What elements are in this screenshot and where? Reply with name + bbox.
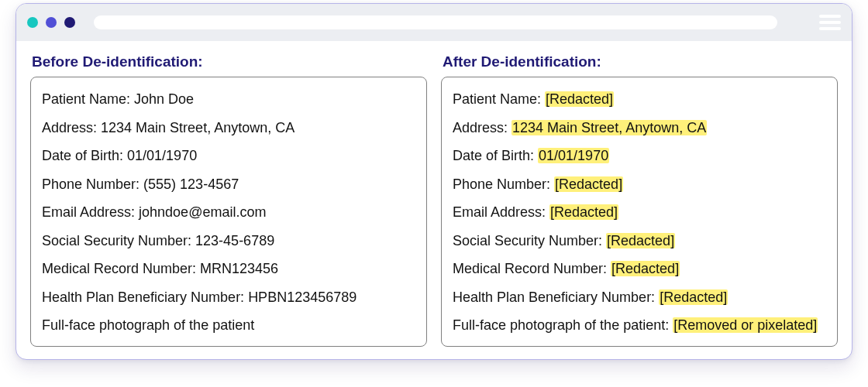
field-value: 123-45-6789 (195, 233, 274, 248)
data-row: Social Security Number: [Redacted] (453, 227, 826, 255)
field-label: Phone Number: (42, 176, 143, 192)
after-title: After De-identification: (443, 53, 838, 70)
field-label: Address: (42, 120, 101, 135)
field-label: Phone Number: (453, 176, 554, 192)
field-label: Patient Name: (453, 91, 545, 107)
data-row: Health Plan Beneficiary Number: HPBN1234… (42, 283, 415, 312)
data-row: Email Address: johndoe@email.com (42, 198, 415, 227)
after-panel: Patient Name: [Redacted]Address: 1234 Ma… (441, 77, 838, 347)
field-value: (555) 123-4567 (143, 176, 239, 192)
before-title: Before De-identification: (32, 53, 427, 70)
field-label: Email Address: (453, 204, 549, 220)
data-row: Email Address: [Redacted] (453, 198, 826, 227)
field-value: johndoe@email.com (139, 204, 266, 220)
field-value: 01/01/1970 (127, 148, 197, 163)
field-value: HPBN123456789 (248, 289, 356, 305)
data-row: Social Security Number: 123-45-6789 (42, 227, 415, 255)
browser-window: Before De-identification: Patient Name: … (16, 3, 852, 360)
data-row: Address: 1234 Main Street, Anytown, CA (42, 114, 415, 142)
field-value-highlighted: [Redacted] (611, 261, 680, 276)
field-value-highlighted: [Removed or pixelated] (673, 317, 818, 333)
field-label: Social Security Number: (453, 233, 606, 248)
field-label: Full-face photograph of the patient (42, 317, 254, 333)
field-label: Address: (453, 120, 512, 135)
address-bar[interactable] (94, 15, 777, 29)
data-row: Patient Name: John Doe (42, 85, 415, 114)
traffic-lights (27, 17, 75, 28)
field-label: Email Address: (42, 204, 139, 220)
window-dot-2-icon[interactable] (46, 17, 57, 28)
field-value-highlighted: [Redacted] (545, 91, 614, 107)
field-value: MRN123456 (200, 261, 278, 276)
field-value-highlighted: 1234 Main Street, Anytown, CA (512, 120, 707, 135)
field-label: Health Plan Beneficiary Number: (42, 289, 248, 305)
field-label: Patient Name: (42, 91, 134, 107)
field-label: Social Security Number: (42, 233, 195, 248)
hamburger-menu-icon[interactable] (819, 15, 841, 30)
titlebar (16, 4, 852, 41)
data-row: Health Plan Beneficiary Number: [Redacte… (453, 283, 826, 312)
field-label: Health Plan Beneficiary Number: (453, 289, 659, 305)
data-row: Medical Record Number: [Redacted] (453, 255, 826, 283)
data-row: Patient Name: [Redacted] (453, 85, 826, 114)
data-row: Medical Record Number: MRN123456 (42, 255, 415, 283)
data-row: Date of Birth: 01/01/1970 (42, 142, 415, 170)
field-value-highlighted: [Redacted] (554, 176, 623, 192)
field-value-highlighted: [Redacted] (606, 233, 675, 248)
data-row: Address: 1234 Main Street, Anytown, CA (453, 114, 826, 142)
before-panel: Patient Name: John DoeAddress: 1234 Main… (30, 77, 427, 347)
window-dot-3-icon[interactable] (64, 17, 75, 28)
field-label: Medical Record Number: (453, 261, 611, 276)
field-label: Date of Birth: (453, 148, 538, 163)
data-row: Phone Number: (555) 123-4567 (42, 170, 415, 199)
field-value: John Doe (134, 91, 194, 107)
data-row: Phone Number: [Redacted] (453, 170, 826, 199)
data-row: Full-face photograph of the patient: [Re… (453, 311, 826, 340)
field-label: Medical Record Number: (42, 261, 200, 276)
window-dot-1-icon[interactable] (27, 17, 38, 28)
content-area: Before De-identification: Patient Name: … (16, 41, 852, 359)
field-value-highlighted: [Redacted] (659, 289, 728, 305)
data-row: Full-face photograph of the patient (42, 311, 415, 340)
field-value-highlighted: [Redacted] (549, 204, 618, 220)
data-row: Date of Birth: 01/01/1970 (453, 142, 826, 170)
before-column: Before De-identification: Patient Name: … (30, 53, 427, 347)
field-label: Full-face photograph of the patient: (453, 317, 673, 333)
field-value-highlighted: 01/01/1970 (538, 148, 609, 163)
field-value: 1234 Main Street, Anytown, CA (101, 120, 294, 135)
after-column: After De-identification: Patient Name: [… (441, 53, 838, 347)
field-label: Date of Birth: (42, 148, 127, 163)
